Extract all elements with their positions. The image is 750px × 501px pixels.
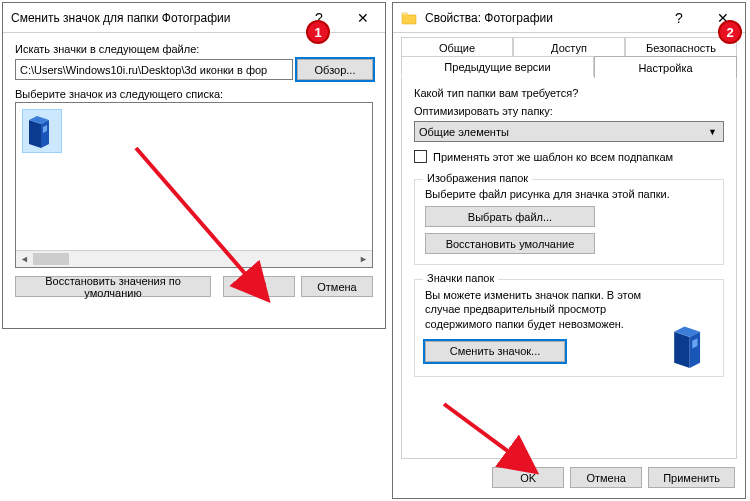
optimize-label: Оптимизировать эту папку: <box>414 105 724 117</box>
tabs: Общие Доступ Безопасность Предыдущие вер… <box>401 37 737 78</box>
help-button[interactable]: ? <box>657 3 701 33</box>
folder-icons-group-label: Значки папок <box>423 272 498 284</box>
scroll-thumb[interactable] <box>33 253 69 265</box>
folder-3d-icon <box>669 324 713 368</box>
scroll-track[interactable] <box>33 251 355 267</box>
folder-icons-desc: Вы можете изменить значок папки. В этом … <box>425 288 665 331</box>
change-icon-dialog: Сменить значок для папки Фотографии ? ✕ … <box>2 2 386 329</box>
ok-button[interactable]: OK <box>492 467 564 488</box>
scroll-right-button[interactable]: ► <box>355 251 372 267</box>
path-input[interactable] <box>15 59 293 80</box>
close-icon: ✕ <box>357 10 369 26</box>
folder-icon <box>401 10 417 26</box>
folder-properties-dialog: Свойства: Фотографии ? ✕ Общие Доступ Бе… <box>392 2 746 499</box>
question-icon: ? <box>675 10 683 26</box>
window-title: Свойства: Фотографии <box>423 11 657 25</box>
tab-previous-versions[interactable]: Предыдущие версии <box>401 56 594 76</box>
search-label: Искать значки в следующем файле: <box>15 43 373 55</box>
list-label: Выберите значок из следующего списка: <box>15 88 373 100</box>
selected-icon[interactable] <box>22 109 62 153</box>
change-icon-button[interactable]: Сменить значок... <box>425 341 565 362</box>
horizontal-scrollbar[interactable]: ◄ ► <box>16 250 372 267</box>
apply-button[interactable]: Применить <box>648 467 735 488</box>
tab-panel-customize: Какой тип папки вам требуется? Оптимизир… <box>401 77 737 459</box>
optimize-selected-value: Общие элементы <box>419 126 509 138</box>
apply-template-checkbox[interactable]: Применять этот же шаблон ко всем подпапк… <box>414 150 724 163</box>
callout-marker-2: 2 <box>718 20 742 44</box>
restore-default-button[interactable]: Восстановить умолчание <box>425 233 595 254</box>
optimize-select[interactable]: Общие элементы ▼ <box>414 121 724 142</box>
restore-defaults-button[interactable]: Восстановить значения по умолчанию <box>15 276 211 297</box>
scroll-left-button[interactable]: ◄ <box>16 251 33 267</box>
chevron-left-icon: ◄ <box>20 254 29 264</box>
apply-template-label: Применять этот же шаблон ко всем подпапк… <box>433 151 673 163</box>
folder-icons-group: Значки папок Вы можете изменить значок п… <box>414 279 724 377</box>
callout-marker-1: 1 <box>306 20 330 44</box>
titlebar[interactable]: Свойства: Фотографии ? ✕ <box>393 3 745 33</box>
ok-button[interactable]: OK <box>223 276 295 297</box>
cancel-button[interactable]: Отмена <box>301 276 373 297</box>
icon-list[interactable]: ◄ ► <box>15 102 373 268</box>
window-title: Сменить значок для папки Фотографии <box>3 11 297 25</box>
folder-images-desc: Выберите файл рисунка для значка этой па… <box>425 188 713 200</box>
close-button[interactable]: ✕ <box>341 3 385 33</box>
tab-customize[interactable]: Настройка <box>594 56 737 78</box>
type-question-label: Какой тип папки вам требуется? <box>414 87 724 99</box>
icon-preview <box>669 324 713 368</box>
browse-button[interactable]: Обзор... <box>297 59 373 80</box>
tab-sharing[interactable]: Доступ <box>513 37 625 57</box>
checkbox-box-icon <box>414 150 427 163</box>
choose-file-button[interactable]: Выбрать файл... <box>425 206 595 227</box>
folder-images-group-label: Изображения папок <box>423 172 532 184</box>
dialog-footer: OK Отмена Применить <box>393 459 745 498</box>
tab-general[interactable]: Общие <box>401 37 513 57</box>
folder-images-group: Изображения папок Выберите файл рисунка … <box>414 179 724 265</box>
chevron-down-icon: ▼ <box>708 127 719 137</box>
cancel-button[interactable]: Отмена <box>570 467 642 488</box>
chevron-right-icon: ► <box>359 254 368 264</box>
folder-3d-icon <box>27 114 57 148</box>
